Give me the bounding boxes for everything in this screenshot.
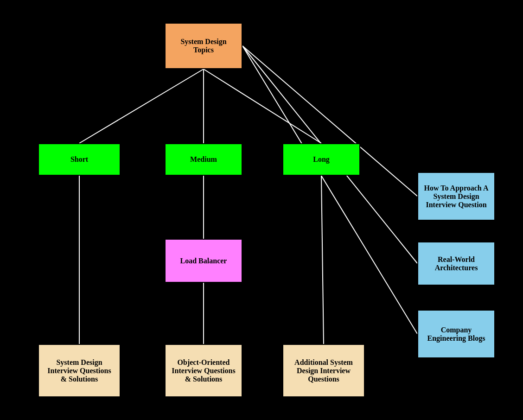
short-label: Short: [70, 155, 88, 164]
real-world-node[interactable]: Real-World Architectures: [417, 242, 495, 286]
company-engineering-node[interactable]: Company Engineering Blogs: [417, 310, 495, 358]
company-engineering-label: Company Engineering Blogs: [423, 326, 490, 343]
svg-line-5: [242, 46, 417, 334]
system-design-interview-label: System Design Interview Questions & Solu…: [44, 358, 115, 383]
load-balancer-node[interactable]: Load Balancer: [165, 239, 242, 283]
long-node[interactable]: Long: [282, 143, 360, 176]
load-balancer-label: Load Balancer: [180, 257, 227, 265]
svg-line-2: [204, 69, 321, 143]
svg-line-0: [79, 69, 204, 143]
system-design-interview-node[interactable]: System Design Interview Questions & Solu…: [38, 344, 121, 397]
object-oriented-label: Object-Oriented Interview Questions & So…: [170, 358, 237, 383]
system-design-topics-node[interactable]: System Design Topics: [165, 23, 242, 69]
how-to-approach-label: How To Approach A System Design Intervie…: [423, 184, 490, 209]
medium-node[interactable]: Medium: [165, 143, 242, 176]
real-world-label: Real-World Architectures: [423, 255, 490, 272]
how-to-approach-node[interactable]: How To Approach A System Design Intervie…: [417, 172, 495, 221]
system-design-topics-label: System Design Topics: [170, 38, 237, 54]
additional-system-node[interactable]: Additional System Design Interview Quest…: [282, 344, 365, 397]
long-label: Long: [313, 155, 330, 164]
short-node[interactable]: Short: [38, 143, 121, 176]
object-oriented-node[interactable]: Object-Oriented Interview Questions & So…: [165, 344, 242, 397]
additional-system-label: Additional System Design Interview Quest…: [288, 358, 359, 383]
medium-label: Medium: [190, 155, 217, 164]
svg-line-9: [321, 176, 324, 344]
